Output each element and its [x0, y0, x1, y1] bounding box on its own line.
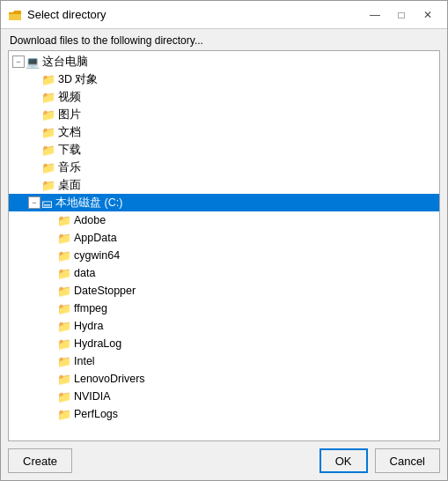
tree-item-label: 视频: [58, 90, 81, 105]
create-button[interactable]: Create: [8, 448, 72, 473]
tree-item[interactable]: 📁Adobe: [9, 211, 439, 229]
expand-button[interactable]: −: [28, 196, 40, 209]
tree-item-label: AppData: [74, 232, 117, 244]
folder-icon: 📁: [41, 161, 55, 174]
folder-icon: 📁: [57, 373, 71, 386]
dialog-window: Select directory — □ ✕ Download files to…: [0, 0, 448, 481]
tree-item[interactable]: 📁音乐: [9, 159, 439, 176]
tree-item[interactable]: 📁Intel: [9, 352, 439, 370]
tree-item-label: 文档: [58, 125, 81, 140]
tree-item[interactable]: 📁HydraLog: [9, 335, 439, 352]
tree-item[interactable]: 📁LenovoDrivers: [9, 370, 439, 388]
folder-icon: 📁: [57, 249, 71, 263]
tree-item[interactable]: 📁文档: [9, 123, 439, 141]
tree-item-label: 桌面: [58, 178, 81, 193]
tree-item[interactable]: −🖴本地磁盘 (C:): [9, 194, 439, 211]
folder-icon: 📁: [41, 108, 55, 122]
folder-icon: 📁: [57, 285, 71, 298]
cancel-button[interactable]: Cancel: [375, 448, 440, 473]
tree-item-label: ffmpeg: [74, 302, 107, 314]
tree-item-label: PerfLogs: [74, 408, 118, 420]
folder-icon: 📁: [41, 144, 55, 157]
svg-rect-1: [9, 14, 21, 20]
folder-icon: 📁: [57, 320, 71, 333]
tree-item[interactable]: 📁视频: [9, 88, 439, 106]
tree-item[interactable]: 📁下载: [9, 141, 439, 159]
tree-item[interactable]: 📁PerfLogs: [9, 405, 439, 423]
folder-icon: 📁: [57, 214, 71, 227]
folder-icon: 📁: [41, 179, 55, 192]
tree-item-label: 下载: [58, 143, 81, 158]
tree-item[interactable]: 📁桌面: [9, 176, 439, 194]
folder-icon: 📁: [41, 91, 55, 104]
expand-button[interactable]: −: [12, 56, 25, 68]
tree-item[interactable]: 📁cygwin64: [9, 247, 439, 264]
title-bar: Select directory — □ ✕: [1, 1, 447, 29]
folder-icon: 📁: [57, 302, 71, 315]
folder-icon: 📁: [57, 267, 71, 280]
tree-item[interactable]: 📁图片: [9, 106, 439, 123]
window-title: Select directory: [27, 8, 363, 21]
window-icon: [8, 8, 22, 22]
close-button[interactable]: ✕: [415, 4, 440, 26]
tree-item-label: Intel: [74, 355, 95, 367]
tree-item[interactable]: 📁Hydra: [9, 317, 439, 335]
maximize-button[interactable]: □: [389, 4, 414, 26]
tree-item-label: 本地磁盘 (C:): [55, 196, 122, 211]
tree-item-label: DateStopper: [74, 285, 136, 297]
folder-icon: 📁: [57, 232, 71, 245]
tree-item-label: cygwin64: [74, 249, 120, 262]
tree-item[interactable]: 📁data: [9, 264, 439, 282]
tree-item-label: Hydra: [74, 320, 103, 332]
tree-item-label: 3D 对象: [58, 72, 98, 87]
tree-item[interactable]: 📁ffmpeg: [9, 300, 439, 317]
drive-icon: 🖴: [41, 196, 53, 210]
tree-item[interactable]: 📁3D 对象: [9, 70, 439, 88]
folder-icon: 📁: [41, 73, 55, 86]
minimize-button[interactable]: —: [363, 4, 387, 26]
folder-icon: 📁: [57, 337, 71, 351]
subtitle-text: Download files to the following director…: [1, 29, 447, 50]
window-controls: — □ ✕: [363, 4, 440, 26]
directory-tree[interactable]: −💻这台电脑📁3D 对象📁视频📁图片📁文档📁下载📁音乐📁桌面−🖴本地磁盘 (C:…: [9, 51, 439, 440]
folder-icon: 📁: [57, 390, 71, 403]
directory-tree-container: −💻这台电脑📁3D 对象📁视频📁图片📁文档📁下载📁音乐📁桌面−🖴本地磁盘 (C:…: [8, 50, 440, 441]
bottom-bar: Create OK Cancel: [1, 441, 447, 480]
folder-icon: 📁: [57, 408, 71, 421]
ok-cancel-group: OK Cancel: [319, 448, 440, 473]
tree-item[interactable]: 📁NVIDIA: [9, 388, 439, 405]
tree-item-label: NVIDIA: [74, 390, 111, 403]
folder-icon: 📁: [57, 355, 71, 368]
ok-button[interactable]: OK: [319, 448, 368, 473]
tree-item[interactable]: −💻这台电脑: [9, 53, 439, 70]
tree-item[interactable]: 📁AppData: [9, 229, 439, 247]
folder-icon: 📁: [41, 126, 55, 139]
tree-item-label: Adobe: [74, 214, 106, 226]
tree-item-label: LenovoDrivers: [74, 373, 145, 385]
pc-icon: 💻: [26, 56, 40, 69]
tree-item-label: HydraLog: [74, 337, 121, 350]
tree-item-label: 音乐: [58, 160, 81, 175]
tree-item-label: 这台电脑: [42, 55, 88, 70]
tree-item-label: 图片: [58, 107, 81, 122]
tree-item[interactable]: 📁DateStopper: [9, 282, 439, 300]
tree-item-label: data: [74, 267, 95, 279]
